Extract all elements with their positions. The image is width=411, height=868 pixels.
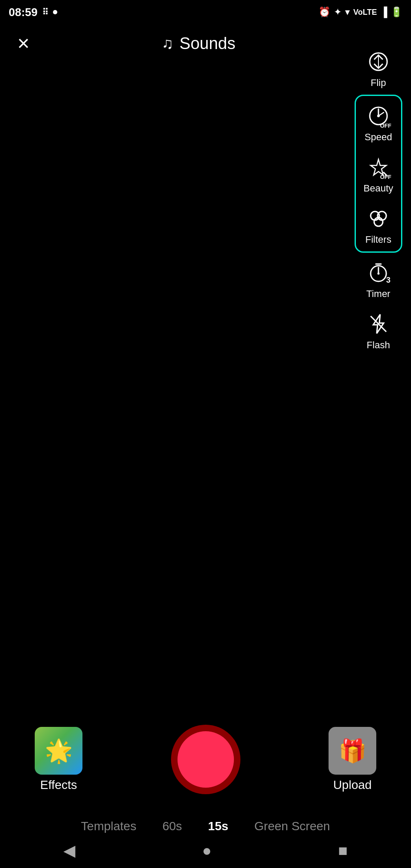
- record-button[interactable]: [171, 725, 240, 794]
- header: × ♫ Sounds: [0, 24, 411, 63]
- speed-label: Speed: [365, 132, 392, 143]
- effects-thumb-icon: 🌟: [45, 738, 73, 764]
- timer-icon: 3: [365, 259, 392, 287]
- alarm-icon: ⏰: [319, 7, 330, 18]
- filters-button[interactable]: Filters: [358, 200, 398, 250]
- recents-button[interactable]: ■: [338, 842, 348, 860]
- upload-label: Upload: [333, 778, 372, 792]
- filters-label: Filters: [365, 234, 391, 245]
- timer-button[interactable]: 3 Timer: [358, 254, 398, 304]
- sounds-title: ♫ Sounds: [162, 34, 236, 53]
- bluetooth-icon: ✦: [334, 7, 342, 18]
- time-display: 08:59: [9, 6, 38, 19]
- flash-button[interactable]: Flash: [358, 306, 398, 355]
- beauty-button[interactable]: OFF Beauty: [358, 149, 400, 198]
- right-toolbar: Flip OFF Speed OFF: [355, 43, 403, 355]
- svg-point-11: [377, 273, 379, 275]
- beauty-off-badge: OFF: [380, 174, 391, 180]
- mode-tabs: Templates 60s 15s Green Screen: [0, 819, 411, 833]
- status-bar: 08:59 ⠿ ⏰ ✦ ▾ VoLTE ▐ 🔋: [0, 0, 411, 24]
- svg-point-3: [377, 115, 380, 117]
- flash-icon: [365, 310, 392, 338]
- svg-line-13: [371, 316, 386, 332]
- close-button[interactable]: ×: [17, 33, 30, 54]
- visualizer-icon: ⠿: [42, 7, 49, 17]
- timer-number: 3: [386, 276, 391, 285]
- speed-icon: OFF: [365, 102, 392, 130]
- upload-button[interactable]: 🎁 Upload: [329, 727, 376, 792]
- tab-15s[interactable]: 15s: [208, 819, 228, 833]
- flash-label: Flash: [367, 340, 390, 351]
- tab-templates[interactable]: Templates: [81, 819, 137, 833]
- status-left: 08:59 ⠿: [9, 6, 57, 19]
- filters-icon: [365, 205, 392, 232]
- tab-green-screen[interactable]: Green Screen: [254, 819, 330, 833]
- lte-icon: VoLTE: [353, 8, 377, 17]
- flip-label: Flip: [371, 77, 386, 89]
- back-button[interactable]: ◀: [63, 842, 76, 860]
- bottom-area: 🌟 Effects 🎁 Upload: [0, 725, 411, 799]
- bottom-icons-row: 🌟 Effects 🎁 Upload: [0, 725, 411, 794]
- tab-60s[interactable]: 60s: [162, 819, 182, 833]
- effects-button[interactable]: 🌟 Effects: [35, 727, 82, 792]
- teal-highlight-group: OFF Speed OFF Beauty: [355, 95, 403, 253]
- flip-icon: [365, 48, 392, 76]
- wifi-icon: ▾: [345, 7, 350, 18]
- signal-icon: ▐: [380, 7, 387, 18]
- music-note-icon: ♫: [162, 34, 174, 53]
- nav-bar: ◀ ● ■: [0, 833, 411, 868]
- effects-thumbnail: 🌟: [35, 727, 82, 775]
- home-button[interactable]: ●: [202, 842, 212, 860]
- speed-button[interactable]: OFF Speed: [358, 98, 398, 147]
- record-button-inner: [178, 731, 234, 788]
- upload-thumb-icon: 🎁: [339, 738, 367, 764]
- beauty-icon: OFF: [365, 153, 392, 181]
- sounds-label-text: Sounds: [180, 34, 236, 53]
- speed-off-badge: OFF: [380, 122, 391, 129]
- status-right: ⏰ ✦ ▾ VoLTE ▐ 🔋: [319, 7, 402, 18]
- effects-label: Effects: [40, 778, 77, 792]
- timer-label: Timer: [366, 288, 390, 300]
- dot-icon: [53, 10, 57, 14]
- flip-button[interactable]: Flip: [358, 43, 398, 93]
- upload-thumbnail: 🎁: [329, 727, 376, 775]
- battery-icon: 🔋: [391, 7, 402, 18]
- beauty-label: Beauty: [364, 183, 394, 194]
